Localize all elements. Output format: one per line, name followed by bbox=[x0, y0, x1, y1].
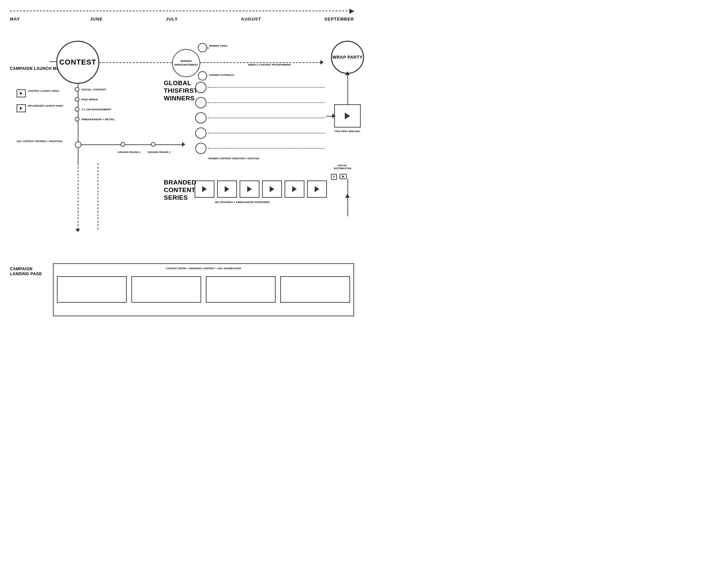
winner-text: WINNER ANNOUNCEMENT bbox=[173, 60, 200, 67]
winner-video-label: WINNER VIDEO bbox=[209, 45, 228, 47]
engagement-bullet bbox=[75, 107, 79, 112]
winner-dots-1 bbox=[208, 87, 325, 88]
engagement-label: 1:1 CM ENGAGEMENT bbox=[81, 108, 112, 111]
youtube-play bbox=[342, 175, 344, 178]
branded-video-3 bbox=[240, 180, 259, 198]
youtube-icon bbox=[340, 174, 347, 179]
weekly-content-label: WEEKLY CONTENT PROGRAMMING bbox=[248, 64, 291, 66]
influencer-launch-video: INFLUENCER LAUNCH VIDEO bbox=[17, 104, 63, 112]
winner-circle-1 bbox=[195, 82, 206, 93]
contest-text: CONTEST bbox=[59, 58, 96, 67]
month-august: AUGUST bbox=[241, 17, 261, 22]
play-4 bbox=[270, 186, 274, 192]
winner-video-line bbox=[207, 48, 209, 48]
winner-circle-4 bbox=[195, 127, 206, 139]
winner-to-doc-line bbox=[326, 116, 333, 117]
month-september: SEPTEMBER bbox=[324, 17, 354, 22]
timeline-months: MAY JUNE JULY AUGUST SEPTEMBER bbox=[10, 17, 354, 22]
facebook-icon: f bbox=[331, 174, 337, 180]
mini-doc-label: THIS FIRST MINI-DOC bbox=[333, 130, 362, 132]
main-diagram: CAMPAIGN LAUNCH MOMENT CONTEST SOCIAL CO… bbox=[10, 28, 354, 260]
contest-launch-label: CONTEST LAUNCH VIDEO bbox=[28, 89, 59, 92]
ugc-mid-circle-1 bbox=[120, 142, 125, 147]
ugc-line-2 bbox=[125, 144, 152, 145]
contest-circle: CONTEST bbox=[56, 41, 99, 84]
mic-episodes-label: MIC EPISODES + AMBASSADOR INTERVIEWS bbox=[215, 201, 270, 203]
contest-video-box bbox=[17, 89, 26, 97]
winner-row-4 bbox=[195, 127, 326, 139]
landing-page-boxes bbox=[57, 276, 350, 303]
landing-page-section: CAMPAIGN LANDING PAGE CONTEST ENTRY + BR… bbox=[10, 263, 354, 316]
social-icons: f bbox=[331, 174, 347, 180]
earned-outreach-label: EARNED OUTREACH bbox=[209, 74, 234, 76]
winner-dots-4 bbox=[208, 133, 325, 133]
global-line1: GLOBAL bbox=[164, 79, 198, 87]
landing-box-3 bbox=[206, 276, 276, 303]
winner-dots-5 bbox=[208, 148, 325, 149]
influencer-play-icon bbox=[20, 107, 23, 110]
ugc-arrow bbox=[182, 142, 185, 147]
ambassador-label: AMBASSADOR + RETAIL bbox=[81, 118, 115, 121]
judging-r2-label: JUDGING ROUND 2 bbox=[147, 151, 170, 154]
play-6 bbox=[315, 186, 319, 192]
landing-page-box: CONTEST ENTRY + BRANDED CONTENT + UGC AG… bbox=[53, 263, 354, 316]
winner-circle-2 bbox=[195, 97, 206, 108]
winner-row-1 bbox=[195, 82, 326, 93]
branded-video-boxes bbox=[195, 180, 327, 198]
global-line3: WINNERS bbox=[164, 95, 198, 102]
branded-video-5 bbox=[285, 180, 304, 198]
ugc-mid-circle-2 bbox=[151, 142, 156, 147]
branded-video-1 bbox=[195, 180, 214, 198]
landing-box-2 bbox=[131, 276, 201, 303]
branded-line2: CONTENT bbox=[164, 186, 197, 194]
ugc-start-circle bbox=[75, 141, 81, 148]
month-may: MAY bbox=[10, 17, 20, 22]
social-content-bullet bbox=[75, 87, 79, 92]
winner-row-3 bbox=[195, 112, 326, 123]
month-june: JUNE bbox=[90, 17, 103, 22]
judging-r1-label: JUDGING ROUND 1 bbox=[117, 151, 141, 154]
social-distribution-label: SOCIAL DISTRIBUTION bbox=[331, 164, 354, 170]
month-july: JULY bbox=[166, 17, 178, 22]
branded-label: BRANDED CONTENT SERIES bbox=[164, 179, 197, 201]
paid-media-row: PAID MEDIA bbox=[75, 97, 98, 102]
ugc-line-3 bbox=[156, 144, 182, 145]
winner-row-2 bbox=[195, 97, 326, 108]
branded-video-2 bbox=[217, 180, 237, 198]
ambassador-row: AMBASSADOR + RETAIL bbox=[75, 117, 115, 121]
timeline-arrow bbox=[10, 7, 354, 17]
timeline-arrowhead bbox=[349, 9, 354, 14]
winner-circle: WINNER ANNOUNCEMENT bbox=[172, 49, 200, 77]
winner-row-5 bbox=[195, 143, 326, 154]
v-dashed-arrow bbox=[75, 229, 80, 232]
play-1 bbox=[202, 186, 207, 192]
branded-video-4 bbox=[262, 180, 282, 198]
v-dashed-line-2 bbox=[98, 163, 98, 229]
branded-video-6 bbox=[307, 180, 327, 198]
play-3 bbox=[247, 186, 252, 192]
global-line2: THISFIRST bbox=[164, 87, 198, 95]
landing-box-1 bbox=[57, 276, 127, 303]
campaign-landing-label: CAMPAIGN LANDING PAGE bbox=[10, 263, 46, 276]
winner-content-label: WINNER CONTENT CREATION + HASHTAG bbox=[208, 157, 259, 160]
winner-dots-2 bbox=[208, 102, 325, 103]
contest-play-icon bbox=[20, 92, 23, 95]
global-label: GLOBAL THISFIRST WINNERS bbox=[164, 79, 198, 102]
influencer-video-box bbox=[17, 104, 26, 112]
contest-launch-video: CONTEST LAUNCH VIDEO bbox=[17, 89, 59, 97]
wrap-party-circle: WRAP PARTY bbox=[331, 41, 364, 74]
contest-vertical-line bbox=[78, 84, 78, 163]
winner-circle-5 bbox=[195, 143, 206, 154]
ugc-line-1 bbox=[81, 144, 121, 145]
engagement-row: 1:1 CM ENGAGEMENT bbox=[75, 107, 112, 112]
mini-doc-play bbox=[345, 113, 350, 119]
paid-media-bullet bbox=[75, 97, 79, 102]
branded-line1: BRANDED bbox=[164, 179, 197, 186]
dashed-line-weekly bbox=[200, 62, 321, 63]
social-content-row: SOCIAL CONTENT bbox=[75, 87, 106, 92]
play-2 bbox=[225, 186, 229, 192]
minidoc-to-wrapparty-arrow bbox=[345, 71, 350, 75]
paid-media-label: PAID MEDIA bbox=[81, 98, 98, 101]
page: MAY JUNE JULY AUGUST SEPTEMBER CAMPAIGN … bbox=[0, 0, 364, 323]
winner-dots-3 bbox=[208, 117, 325, 118]
